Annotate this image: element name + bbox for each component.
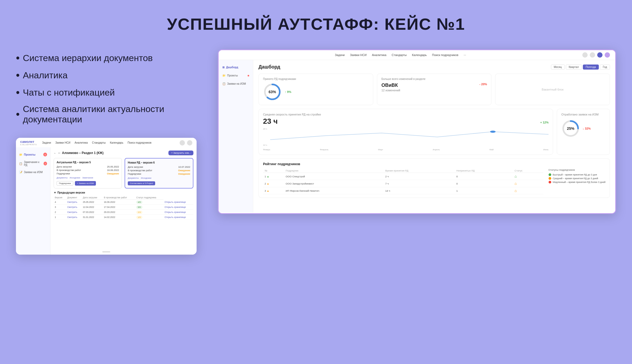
sidebar-item-zamechaniya[interactable]: 📋 Замечания к РД 2 <box>16 159 50 169</box>
nav-standarty[interactable]: Стандарты <box>92 141 105 144</box>
new-subcontractors-row: Подрядчики Ожидание <box>128 173 190 175</box>
bullet-4: Система аналитики актуальности документа… <box>16 101 207 127</box>
bullet-3: Чаты с нотификацией <box>16 84 207 101</box>
rnav-search[interactable]: Поиск подрядчиков <box>432 53 458 57</box>
line-chart-svg <box>270 128 549 146</box>
nav-zayavki[interactable]: Заявки НСИ <box>55 141 70 144</box>
scroll-indicator <box>102 251 110 252</box>
new-rd-links: Документы Исходники <box>128 177 190 179</box>
sidebar-item-proekty[interactable]: 📁 Проекты 1 <box>16 151 50 159</box>
ver3-link[interactable]: Смотреть <box>67 206 77 208</box>
rnav-analitika[interactable]: Аналитика <box>372 53 386 57</box>
production-row: В производстве работ 16.06.2022 <box>57 169 119 172</box>
nav-zadachi[interactable]: Задачи <box>42 141 51 144</box>
legend-fast: Быстрый – время принятия РД до 3 дня <box>549 173 605 176</box>
current-rd-buttons: Подрядчики + Заявка на ИЗМ <box>57 181 119 186</box>
nav-icon-2[interactable] <box>187 140 192 145</box>
period-buttons: Месяц Квартал Полгода Год <box>551 65 610 70</box>
legend-medium: Средний – время принятия РД до 3 дней <box>549 177 605 180</box>
left-app-navbar: самолет S.BLUEPRINTS Задачи Заявки НСИ А… <box>16 138 197 148</box>
upload-date-row: Дата загрузки 25.05.2022 <box>57 165 119 168</box>
nav-analitika[interactable]: Аналитика <box>75 141 88 144</box>
nav-calendar[interactable]: Календарь <box>110 141 123 144</box>
accepted-circle-chart: 63% <box>263 83 282 101</box>
new-link-ishodniki[interactable]: Исходники <box>141 177 151 179</box>
back-arrow[interactable]: ← <box>54 152 56 155</box>
upload-button[interactable]: + Загрузить нов... <box>168 151 193 155</box>
right-app-screenshot: Задачи Заявки НСИ Аналитика Стандарты Ка… <box>218 49 616 214</box>
ver2-link[interactable]: Смотреть <box>67 211 77 213</box>
stat-vacant: Вакантный блок <box>495 74 610 105</box>
page-container: УСПЕШНЫЙ АУТСТАФФ: КЕЙС №1 Система иерар… <box>0 0 632 255</box>
left-app-logo: самолет S.BLUEPRINTS <box>20 140 37 146</box>
ver4-link[interactable]: Смотреть <box>67 201 77 203</box>
rnav-zadachi[interactable]: Задачи <box>335 53 345 57</box>
new-production-row: В производстве работ Ожидание <box>128 169 190 172</box>
svg-point-2 <box>490 131 496 133</box>
podradchiki-button[interactable]: Подрядчики <box>57 181 73 186</box>
right-column: Задачи Заявки НСИ Аналитика Стандарты Ка… <box>218 49 616 255</box>
link-documents[interactable]: Документы <box>57 177 67 179</box>
period-year[interactable]: Год <box>600 65 610 70</box>
rnav-calendar[interactable]: Календарь <box>412 53 427 57</box>
table-row: 1 Смотреть 31.01.2022 14.02.2022 1/5 Отк… <box>54 215 193 220</box>
left-app-screenshot: самолет S.BLUEPRINTS Задачи Заявки НСИ А… <box>16 138 197 255</box>
col-status: Статус подрядчика <box>135 196 164 200</box>
r-nav-avatar[interactable] <box>605 52 610 58</box>
table-row: 4 Смотреть 25.05.2022 16.06.2022 4/5 Отк… <box>54 200 193 205</box>
rnav-standarty[interactable]: Стандарты <box>392 53 406 57</box>
r-nav-icon-1[interactable] <box>582 52 588 58</box>
left-app-sidebar: 📁 Проекты 1 📋 Замечания к РД 2 📝 Заявки … <box>16 147 50 255</box>
versions-table: Версия Документ Дата загрузки В производ… <box>54 196 193 220</box>
izm-button[interactable]: + Заявка на ИЗМ <box>75 181 96 186</box>
r-nav-icon-3[interactable] <box>597 52 603 58</box>
period-month[interactable]: Месяц <box>551 65 565 70</box>
subcontractors-row: Подрядчики Ожидание <box>57 172 119 175</box>
rating-row-2: 2 ▲ ООО Западстройинвест 7 ч 0 ⌂ <box>263 180 543 187</box>
left-column: Система иерархии документов Аналитика Ча… <box>16 49 207 255</box>
rating-legend: Статусы подрядчиков Быстрый – время прин… <box>549 169 605 194</box>
prev-versions-section: ▼ Предыдущие версии Версия Документ Дата… <box>54 191 193 220</box>
r-nav-icon-2[interactable] <box>590 52 595 58</box>
new-link-documents[interactable]: Документы <box>128 177 139 179</box>
feature-list: Система иерархии документов Аналитика Ча… <box>16 49 207 127</box>
stat-accepted-rd: Принято РД подрядчиками 63% <box>258 74 373 105</box>
sidebar-item-izm[interactable]: 📝 Заявки на ИЗМ <box>16 169 50 176</box>
sidebar-r-projects[interactable]: 📁 Проекты <box>219 71 253 80</box>
rnav-zayavki[interactable]: Заявки НСИ <box>350 53 367 57</box>
right-app-main: Дашборд Месяц Квартал Полгода Год <box>253 60 615 212</box>
line-chart-card: Средняя скорость принятия РД на стройке … <box>258 109 553 155</box>
bullet-2: Аналитика <box>16 67 207 84</box>
ver1-link[interactable]: Смотреть <box>67 216 77 219</box>
period-quarter[interactable]: Квартал <box>566 65 582 70</box>
soglasovat-button[interactable]: Согласовать в 5.Project <box>128 181 155 185</box>
left-app-main: ← ← Алхимово – Раздел 1 (КЖ) + Загрузить… <box>50 147 197 255</box>
sidebar-r-izm[interactable]: 📋 Заявки на ИЗМ <box>219 80 253 88</box>
right-nav-items: Задачи Заявки НСИ Аналитика Стандарты Ка… <box>335 53 466 57</box>
charts-row: Средняя скорость принятия РД на стройке … <box>258 109 610 155</box>
stats-row: Принято РД подрядчиками 63% <box>258 74 610 105</box>
table-row: 3 Смотреть 12.04.2022 17.04.2022 5/5 Отк… <box>54 205 193 210</box>
rating-title: Рейтинг подрядчиков <box>263 162 605 166</box>
donut-chart-card: Отработано заявок на ИЗМ 25% <box>557 109 610 155</box>
processed-circle-chart: 25% <box>561 119 580 138</box>
right-app-body: ⊞ Дашборд 📁 Проекты 📋 Заявки на ИЗМ <box>219 60 615 212</box>
col-doc: Документ <box>66 196 82 200</box>
nav-icon-1[interactable] <box>180 140 185 145</box>
left-nav-items: Задачи Заявки НСИ Аналитика Стандарты Ка… <box>42 141 151 144</box>
nav-search[interactable]: Поиск подрядчиков <box>128 141 151 144</box>
stat-most-changes: Больше всего изменений в разделе ОВиВК -… <box>377 74 492 105</box>
rd-cards-container: Актуальная РД – версия 5 Дата загрузки 2… <box>54 158 193 189</box>
link-ishodniki[interactable]: Исходники <box>70 177 80 179</box>
rnav-more[interactable]: ··· <box>464 53 466 57</box>
zamechaniya-badge: 2 <box>44 162 47 165</box>
rating-row-3: 3 ▲ ИП Фирсов Евгений Никитич 14 ч 1 ⌂ <box>263 187 543 194</box>
sidebar-r-dashboard[interactable]: ⊞ Дашборд <box>219 63 253 71</box>
link-zamechaniya[interactable]: Замечания <box>82 177 93 179</box>
col-ver: Версия <box>54 196 66 200</box>
right-app-navbar: Задачи Заявки НСИ Аналитика Стандарты Ка… <box>219 50 615 60</box>
dashboard-header: Дашборд Месяц Квартал Полгода Год <box>258 64 610 70</box>
new-rd-card: Новая РД – версия 6 Дата загрузки 10.07.… <box>125 158 193 189</box>
new-rd-buttons: Согласовать в 5.Project <box>128 181 190 185</box>
period-halfyear[interactable]: Полгода <box>583 65 599 70</box>
